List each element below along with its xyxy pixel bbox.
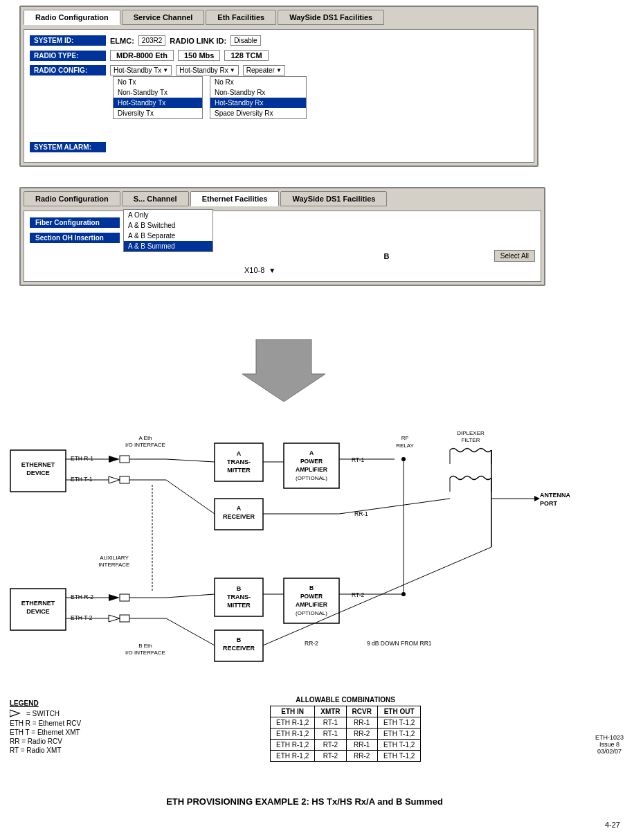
a-pwr-label2: POWER [300,458,323,465]
rx-item-non-standby[interactable]: Non-Standby Rx [210,87,306,98]
x10-dropdown-arrow[interactable]: ▼ [269,267,275,274]
legend-switch-label: = SWITCH [26,710,60,717]
table-row: ETH R-1,2 RT-1 RR-1 ETH T-1,2 [271,717,421,729]
legend-title: LEGEND [10,699,81,707]
diplexer-label1: DIPLEXER [457,430,484,436]
dropdown-menus-area: No Tx Non-Standby Tx Hot-Standby Tx Dive… [30,80,528,142]
row1-rcvr: RR-1 [346,717,377,729]
allowable-table: ETH IN XMTR RCVR ETH OUT ETH R-1,2 RT-1 … [270,706,421,762]
a-trans-label2: TRANS- [227,458,251,465]
b-label: B [383,252,389,260]
tab-eth-facilities[interactable]: Eth Facilities [206,10,276,25]
radio-config-label: RADIO CONFIG: [30,65,106,75]
switch-r1 [109,456,120,463]
allowable-header-row: ETH IN XMTR RCVR ETH OUT [271,706,421,717]
hot-standby-rx-dropdown[interactable]: Hot-Standby Rx ▼ [176,65,239,75]
switch-r2-box [120,594,129,601]
fiber-item-ab-switched[interactable]: A & B Switched [124,220,212,231]
allowable-title: ALLOWABLE COMBINATIONS [270,696,421,704]
ethernet-device-2-label2: DEVICE [26,608,50,615]
row4-eth-in: ETH R-1,2 [271,751,315,762]
b-trans-label1: B [237,585,242,592]
tx-dropdown-menu: No Tx Non-Standby Tx Hot-Standby Tx Dive… [113,76,203,119]
select-all-button[interactable]: Select All [494,250,535,262]
rx-item-space-diversity[interactable]: Space Diversity Rx [210,108,306,118]
diplexer-label2: FILTER [462,437,480,443]
conn-a-to-rcvr [166,480,215,514]
header-eth-in: ETH IN [271,706,315,717]
fiber-item-a-only[interactable]: A Only [124,210,212,220]
switch-r2 [109,594,120,601]
a-eth-interface-label2: I/O INTERFACE [125,442,165,448]
row1-eth-in: ETH R-1,2 [271,717,315,729]
svg-marker-0 [242,339,325,402]
row2-rcvr: RR-2 [346,729,377,740]
system-alarm-row: SYSTEM ALARM: [30,142,528,152]
legend-rt-row: RT = Radio XMT [10,747,81,754]
second-ui-panel: Radio Configuration S... Channel Etherne… [19,187,545,286]
hot-standby-tx-dropdown[interactable]: Hot-Standby Tx ▼ [110,65,172,75]
tx-item-hot-standby[interactable]: Hot-Standby Tx [114,98,202,108]
x10-row: X10-8 ▼ [30,265,535,276]
tab-service-channel[interactable]: Service Channel [122,10,205,25]
ethernet-device-1-label2: DEVICE [26,470,50,476]
section-oh-label: Section OH Insertion [30,233,120,243]
radio-link-label: RADIO LINK ID: [170,37,226,45]
row4-eth-out: ETH T-1,2 [377,751,420,762]
rx-item-no-rx[interactable]: No Rx [210,77,306,87]
rt2-label: RT-2 [352,591,365,598]
eth-t1-label: ETH T-1 [71,476,93,483]
system-id-row: SYSTEM ID: ELMC: 203R2 RADIO LINK ID: Di… [30,35,528,46]
allowable-combinations-area: ALLOWABLE COMBINATIONS ETH IN XMTR RCVR … [270,696,421,762]
tab2-radio-config[interactable]: Radio Configuration [24,191,120,206]
switch-r1-box [120,456,129,463]
repeater-dropdown-arrow: ▼ [276,67,282,73]
row2-xmtr: RT-1 [315,729,346,740]
tab-wayside-ds1[interactable]: WaySide DS1 Facilities [278,10,384,25]
a-rcvr-label1: A [237,505,242,512]
a-rcvr-label2: RECEIVER [223,513,255,520]
row1-xmtr: RT-1 [315,717,346,729]
switch-t1 [109,476,120,483]
tx-dropdown-arrow: ▼ [163,67,168,73]
conn-b-to-rcvr [166,618,215,645]
rx-item-hot-standby[interactable]: Hot-Standby Rx [210,98,306,108]
legend-eth-r-row: ETH R = Ethernet RCV [10,720,81,727]
rf-relay-label1: RF [401,435,409,441]
big-arrow [242,339,325,403]
tab-radio-config[interactable]: Radio Configuration [24,10,120,25]
a-eth-interface-label1: A Eth [138,435,152,441]
fiber-item-ab-separate[interactable]: A & B Separate [124,231,212,241]
tab2-eth-facilities[interactable]: Ethernet Facilities [190,191,280,206]
rx-dropdown-arrow: ▼ [230,67,235,73]
top-tab-bar: Radio Configuration Service Channel Eth … [24,10,534,25]
a-pwr-label1: A [309,449,314,456]
row3-eth-out: ETH T-1,2 [377,740,420,751]
header-rcvr: RCVR [346,706,377,717]
b-pwr-label3: AMPLIFIER [296,601,327,608]
tx-item-no-tx[interactable]: No Tx [114,77,202,87]
elmc-label: ELMC: [110,37,134,45]
fiber-item-ab-summed[interactable]: A & B Summed [124,241,212,251]
b-eth-interface-label1: B Eth [138,643,152,649]
repeater-dropdown[interactable]: Repeater ▼ [243,65,285,75]
tx-item-diversity[interactable]: Diversity Tx [114,108,202,118]
ethernet-device-1-label: ETHERNET [21,461,55,468]
radio-type-value: MDR-8000 Eth [110,50,174,61]
row2-eth-in: ETH R-1,2 [271,729,315,740]
eth-number: ETH-1023Issue 803/02/07 [595,734,624,755]
tab2-service-channel[interactable]: S... Channel [122,191,189,206]
switch-t2 [109,615,120,622]
tx-item-non-standby[interactable]: Non-Standby Tx [114,87,202,98]
fiber-config-label: Fiber Configuration [30,217,120,228]
fiber-dropdown-menu: A Only A & B Switched A & B Separate A &… [123,209,213,252]
diagram-area: ETHERNET DEVICE ETH R-1 ETH T-1 A Eth I/… [7,409,623,699]
antenna-arrow [534,496,540,501]
legend-switch-row: = SWITCH [10,708,81,718]
b-rcvr-label2: RECEIVER [223,645,255,652]
tab2-wayside-ds1[interactable]: WaySide DS1 Facilities [280,191,387,206]
radio-type-row: RADIO TYPE: MDR-8000 Eth 150 Mbs 128 TCM [30,50,528,61]
fiber-dropdown-container: A Only A & B Switched A & B Separate A &… [30,247,535,276]
eth-t2-label: ETH T-2 [71,614,93,621]
bottom-title: ETH PROVISIONING EXAMPLE 2: HS Tx/HS Rx/… [0,796,609,807]
